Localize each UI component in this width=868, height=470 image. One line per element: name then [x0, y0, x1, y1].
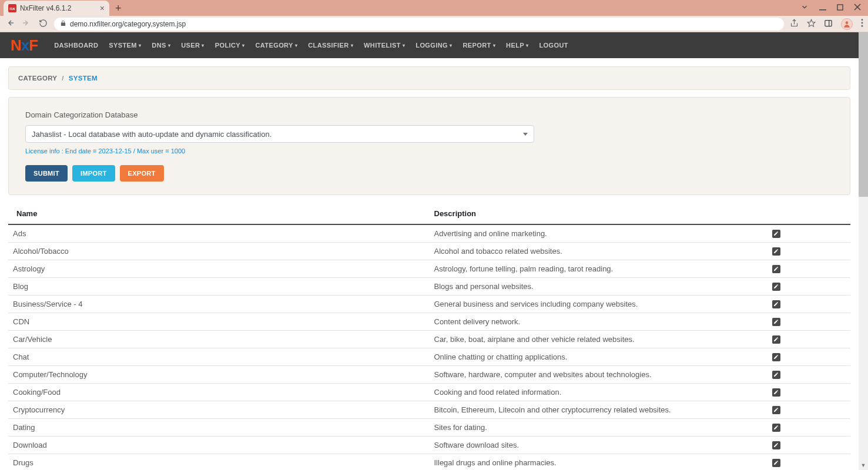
cell-actions [766, 278, 850, 296]
categories-table-wrap: Name Description AdsAdvertising and onli… [8, 203, 850, 470]
side-panel-icon[interactable] [824, 19, 833, 29]
cell-actions [766, 366, 850, 384]
edit-icon[interactable] [772, 388, 780, 397]
dropdown-caret-icon: ▾ [168, 43, 170, 48]
cell-name: Dating [8, 419, 430, 437]
nav-item-dns[interactable]: DNS▾ [147, 38, 175, 52]
dropdown-caret-icon: ▾ [450, 43, 452, 48]
nav-item-label: LOGGING [415, 42, 448, 49]
close-window-icon[interactable] [854, 4, 861, 12]
table-row: ChatOnline chatting or chatting applicat… [8, 348, 850, 366]
nav-item-policy[interactable]: POLICY▾ [210, 38, 250, 52]
profile-avatar[interactable] [841, 18, 853, 30]
breadcrumb-separator: / [62, 75, 64, 82]
cell-actions [766, 454, 850, 471]
browser-tab-strip: nx NxFilter v4.6.1.2 × + [0, 0, 868, 16]
table-row: DownloadSoftware download sites. [8, 437, 850, 454]
kebab-menu-icon[interactable] [861, 19, 863, 29]
cell-description: Bitcoin, Ethereum, Litecoin and other cr… [430, 401, 766, 419]
export-button[interactable]: EXPORT [120, 165, 164, 182]
address-bar[interactable]: demo.nxfilter.org/category,system.jsp [54, 18, 784, 31]
db-select[interactable]: Jahaslist - Local database with auto-upd… [25, 125, 534, 143]
nav-item-classifier[interactable]: CLASSIFIER▾ [303, 38, 358, 52]
edit-icon[interactable] [772, 265, 780, 273]
edit-icon[interactable] [772, 459, 780, 467]
db-select-value: Jahaslist - Local database with auto-upd… [32, 130, 272, 139]
license-info-link[interactable]: License info : End date = 2023-12-15 / M… [25, 147, 833, 155]
cell-actions [766, 437, 850, 454]
nav-item-label: LOGOUT [539, 42, 568, 49]
cell-actions [766, 243, 850, 260]
app-navbar: NxF DASHBOARDSYSTEM▾DNS▾USER▾POLICY▾CATE… [0, 32, 868, 58]
table-row: Computer/TechnologySoftware, hardware, c… [8, 366, 850, 384]
breadcrumb-system[interactable]: SYSTEM [69, 75, 98, 82]
cell-description: Software, hardware, computer and website… [430, 366, 766, 384]
nav-item-category[interactable]: CATEGORY▾ [250, 38, 302, 52]
scroll-down-icon[interactable]: ▼ [859, 461, 868, 470]
back-icon[interactable] [5, 18, 15, 29]
nav-item-label: DASHBOARD [54, 42, 98, 49]
new-tab-button[interactable]: + [109, 1, 128, 16]
edit-icon[interactable] [772, 335, 780, 344]
categories-table: Name Description AdsAdvertising and onli… [8, 203, 850, 470]
nav-item-label: WHITELIST [364, 42, 401, 49]
edit-icon[interactable] [772, 406, 780, 414]
svg-point-12 [862, 22, 863, 24]
edit-icon[interactable] [772, 230, 780, 238]
cell-name: CDN [8, 313, 430, 331]
share-icon[interactable] [790, 19, 799, 29]
browser-tab[interactable]: nx NxFilter v4.6.1.2 × [4, 1, 109, 16]
cell-description: Illegal drugs and online pharmacies. [430, 454, 766, 471]
bookmark-icon[interactable] [807, 19, 816, 29]
cell-name: Car/Vehicle [8, 331, 430, 348]
minimize-icon[interactable] [819, 4, 826, 12]
scrollbar-thumb[interactable] [859, 32, 868, 197]
nav-item-user[interactable]: USER▾ [176, 38, 209, 52]
tab-search-icon[interactable] [800, 3, 809, 13]
cell-description: General business and services including … [430, 296, 766, 313]
settings-card: Domain Categorization Database Jahaslist… [8, 97, 850, 195]
cell-actions [766, 419, 850, 437]
table-row: Business/Service - 4General business and… [8, 296, 850, 313]
th-description: Description [430, 203, 766, 224]
app-logo[interactable]: NxF [11, 36, 38, 55]
edit-icon[interactable] [772, 300, 780, 308]
nav-item-whitelist[interactable]: WHITELIST▾ [359, 38, 410, 52]
reload-icon[interactable] [38, 19, 48, 29]
nav-item-label: POLICY [215, 42, 240, 49]
cell-name: Drugs [8, 454, 430, 471]
tab-close-icon[interactable]: × [100, 4, 105, 13]
edit-icon[interactable] [772, 353, 780, 361]
forward-icon[interactable] [21, 18, 32, 29]
cell-description: Alcohol and tobacco related websites. [430, 243, 766, 260]
table-row: DatingSites for dating. [8, 419, 850, 437]
table-row: CDNContent delivery network. [8, 313, 850, 331]
breadcrumb-category: CATEGORY [18, 75, 57, 82]
dropdown-caret-icon: ▾ [351, 43, 353, 48]
cell-actions [766, 296, 850, 313]
nav-item-system[interactable]: SYSTEM▾ [104, 38, 146, 52]
cell-name: Cryptocurrency [8, 401, 430, 419]
edit-icon[interactable] [772, 283, 780, 291]
svg-point-11 [862, 19, 863, 21]
edit-icon[interactable] [772, 247, 780, 256]
nav-item-logout[interactable]: LOGOUT [534, 38, 572, 52]
scrollbar[interactable]: ▼ [859, 32, 868, 470]
nav-item-logging[interactable]: LOGGING▾ [411, 38, 457, 52]
cell-actions [766, 224, 850, 243]
nav-item-dashboard[interactable]: DASHBOARD [49, 38, 103, 52]
maximize-icon[interactable] [837, 4, 843, 12]
nav-item-help[interactable]: HELP▾ [501, 38, 533, 52]
nav-item-label: CLASSIFIER [308, 42, 348, 49]
cell-description: Cooking and food related information. [430, 384, 766, 401]
cell-description: Blogs and personal websites. [430, 278, 766, 296]
edit-icon[interactable] [772, 424, 780, 432]
edit-icon[interactable] [772, 371, 780, 379]
edit-icon[interactable] [772, 441, 780, 449]
cell-actions [766, 331, 850, 348]
submit-button[interactable]: SUBMIT [25, 165, 68, 182]
edit-icon[interactable] [772, 318, 780, 326]
cell-description: Astrology, fortune telling, palm reading… [430, 260, 766, 278]
import-button[interactable]: IMPORT [72, 165, 115, 182]
nav-item-report[interactable]: REPORT▾ [458, 38, 500, 52]
